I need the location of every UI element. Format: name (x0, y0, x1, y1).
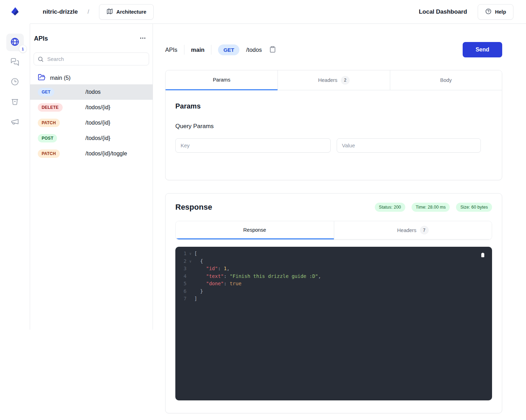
status-pill: Time: 28.00 ms (412, 203, 450, 212)
help-label: Help (495, 9, 506, 15)
response-title: Response (175, 203, 212, 212)
breadcrumb-separator: / (87, 9, 89, 15)
response-tab-response[interactable]: Response (176, 221, 334, 239)
response-card: Response Status: 200Time: 28.00 msSize: … (165, 193, 502, 413)
breadcrumb-divider (211, 45, 211, 55)
endpoint-post--todos-id-[interactable]: POST/todos/{id} (30, 131, 153, 146)
endpoint-delete--todos-id-[interactable]: DELETE/todos/{id} (30, 100, 153, 115)
status-pill: Size: 60 bytes (456, 203, 492, 212)
map-icon (106, 8, 113, 16)
search-input[interactable] (34, 52, 149, 65)
endpoint-patch--todos-id-[interactable]: PATCH/todos/{id} (30, 115, 153, 131)
tab-count-badge: 7 (420, 226, 429, 234)
request-tabs: ParamsHeaders2Body (166, 70, 502, 90)
line-number: 1 (175, 250, 187, 258)
help-button[interactable]: Help (478, 4, 513, 20)
tab-label: Headers (397, 227, 416, 233)
rail-item-websockets[interactable] (6, 54, 24, 71)
code-line: 3 "id": 1, (175, 265, 492, 273)
rail-item-apis[interactable]: 1 (6, 34, 24, 51)
rail-item-count-badge: 1 (19, 45, 27, 53)
sidebar-title: APIs (34, 35, 48, 42)
request-tab-params[interactable]: Params (166, 70, 278, 90)
response-tab-headers[interactable]: Headers7 (334, 221, 492, 239)
query-params-subtitle: Query Params (175, 123, 492, 130)
fold-chevron-icon (187, 295, 194, 303)
method-badge: PATCH (38, 149, 60, 158)
code-text: [ (194, 250, 197, 258)
tab-label: Params (213, 77, 230, 83)
copy-path-button[interactable] (268, 45, 277, 55)
fold-chevron-icon (187, 288, 194, 295)
request-tab-headers[interactable]: Headers2 (278, 70, 390, 90)
code-line: 1∨[ (175, 250, 492, 258)
sidebar-menu-button[interactable] (138, 33, 148, 44)
ellipsis-icon (139, 35, 146, 43)
line-number: 2 (175, 258, 187, 265)
folder-open-icon (38, 74, 45, 83)
fold-chevron-icon[interactable]: ∨ (187, 258, 194, 265)
status-pill: Status: 200 (375, 203, 405, 212)
help-circle-icon (485, 8, 492, 16)
dashboard-title: Local Dashboard (419, 8, 467, 15)
rail-item-schedules[interactable] (6, 74, 24, 91)
response-status-badges: Status: 200Time: 28.00 msSize: 60 bytes (375, 203, 492, 212)
send-button[interactable]: Send (463, 42, 502, 57)
breadcrumb-divider (184, 45, 184, 55)
line-number: 4 (175, 273, 187, 280)
storage-icon (10, 97, 19, 107)
line-number: 7 (175, 295, 187, 303)
icon-rail: 1 (0, 24, 30, 330)
folder-main[interactable]: main (5) (30, 72, 153, 84)
param-key-input[interactable] (175, 138, 331, 153)
tab-label: Headers (318, 77, 337, 83)
clipboard-icon (269, 46, 276, 54)
nitric-logo-icon (10, 6, 20, 18)
line-number: 5 (175, 280, 187, 288)
endpoint-path: /todos (85, 89, 101, 95)
method-badge: PATCH (38, 119, 60, 127)
breadcrumb: APIs main GET /todos (165, 44, 277, 55)
method-badge: GET (218, 44, 239, 55)
code-text: { (194, 258, 203, 265)
architecture-button[interactable]: Architecture (99, 4, 154, 20)
endpoint-path: /todos/{id} (85, 120, 110, 126)
code-text: ] (194, 295, 197, 303)
chat-icon (10, 57, 19, 68)
tab-count-badge: 2 (341, 76, 350, 85)
rail-item-storage[interactable] (6, 93, 24, 111)
endpoint-patch--todos-id-toggle[interactable]: PATCH/todos/{id}/toggle (30, 146, 153, 161)
fold-chevron-icon[interactable]: ∨ (187, 250, 194, 258)
breadcrumb-group: main (191, 47, 205, 53)
fold-chevron-icon (187, 280, 194, 288)
breadcrumb-path: /todos (246, 47, 262, 53)
param-value-input[interactable] (337, 138, 481, 153)
breadcrumb-root: APIs (165, 47, 177, 53)
code-line: 4 "text": "Finish this drizzle guide :D"… (175, 273, 492, 280)
globe-icon (10, 37, 20, 48)
params-title: Params (175, 102, 492, 110)
megaphone-icon (10, 117, 19, 127)
endpoint-path: /todos/{id} (85, 135, 110, 141)
method-badge: DELETE (38, 103, 63, 112)
method-badge: POST (38, 134, 57, 142)
code-text: "id": 1, (194, 265, 230, 273)
project-title: nitric-drizzle (43, 8, 78, 15)
endpoint-get--todos[interactable]: GET/todos (30, 84, 153, 100)
endpoint-path: /todos/{id} (85, 104, 110, 111)
rail-item-topics[interactable] (6, 113, 24, 131)
code-line: 6 } (175, 288, 492, 295)
code-text: "done": true (194, 280, 241, 288)
request-tab-body[interactable]: Body (390, 70, 502, 90)
tab-label: Body (440, 77, 452, 83)
line-number: 3 (175, 265, 187, 273)
request-card: ParamsHeaders2Body Params Query Params (165, 70, 502, 180)
copy-response-button[interactable] (479, 251, 486, 260)
clock-icon (10, 77, 19, 88)
code-line: 2∨ { (175, 258, 492, 265)
folder-label: main (5) (50, 75, 71, 81)
logo-cell (0, 0, 30, 24)
tab-label: Response (243, 227, 266, 233)
method-badge: GET (38, 88, 54, 96)
app-window: nitric-drizzle / Architecture Local Dash… (0, 0, 526, 420)
